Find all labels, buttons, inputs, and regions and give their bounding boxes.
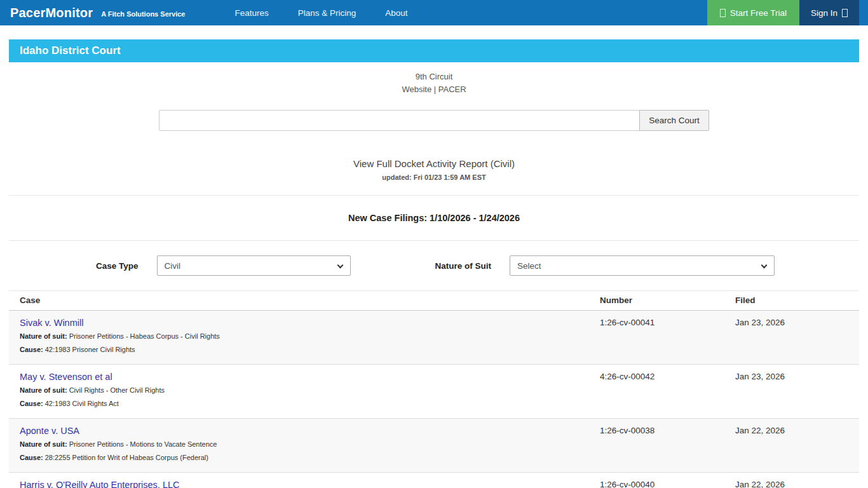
case-type-label: Case Type — [96, 261, 139, 271]
column-header-case: Case — [9, 291, 589, 310]
nature-of-suit-prefix: Nature of suit: — [20, 332, 67, 340]
start-free-trial-label: Start Free Trial — [730, 8, 787, 18]
nav-spacer — [423, 0, 707, 25]
case-number: 4:26-cv-00042 — [589, 365, 724, 418]
column-header-number: Number — [589, 291, 724, 310]
column-header-filed: Filed — [724, 291, 859, 310]
nature-of-suit-selected-value: Select — [517, 261, 541, 271]
chevron-down-icon — [337, 262, 343, 269]
nature-of-suit-value: Civil Rights - Other Civil Rights — [69, 386, 165, 394]
search-court-button[interactable]: Search Court — [639, 110, 709, 131]
website-link[interactable]: Website — [402, 85, 431, 94]
case-cell: Sivak v. Winmill Nature of suit: Prisone… — [9, 311, 589, 364]
court-info-block: 9th Circuit Website | PACER Search Court… — [0, 71, 868, 181]
cause-prefix: Cause: — [20, 346, 43, 353]
nature-of-suit-line: Nature of suit: Civil Rights - Other Civ… — [20, 384, 589, 396]
table-row: Harris v. O'Reilly Auto Enterprises, LLC… — [9, 473, 859, 488]
filed-date: Jan 22, 2026 — [724, 473, 859, 488]
sign-in-button[interactable]: Sign In — [799, 0, 859, 25]
case-title-link[interactable]: Sivak v. Winmill — [20, 316, 83, 329]
signin-caret-icon — [842, 9, 848, 17]
table-row: May v. Stevenson et al Nature of suit: C… — [9, 365, 859, 419]
nav-item-plans-pricing[interactable]: Plans & Pricing — [283, 8, 371, 18]
court-title-bar: Idaho District Court — [9, 39, 859, 62]
case-cell: Aponte v. USA Nature of suit: Prisoner P… — [9, 419, 589, 472]
links-separator: | — [434, 85, 436, 94]
cause-value: 42:1983 Civil Rights Act — [45, 400, 119, 407]
case-cell: May v. Stevenson et al Nature of suit: C… — [9, 365, 589, 418]
brand-logo[interactable]: PacerMonitor — [10, 6, 93, 20]
brand-tagline: A Fitch Solutions Service — [101, 10, 185, 18]
table-row: Sivak v. Winmill Nature of suit: Prisone… — [9, 311, 859, 365]
nature-of-suit-label: Nature of Suit — [435, 261, 492, 271]
top-navbar: PacerMonitor A Fitch Solutions Service F… — [0, 0, 868, 25]
filed-date: Jan 23, 2026 — [724, 311, 859, 364]
nature-of-suit-select[interactable]: Select — [510, 255, 775, 276]
nature-of-suit-line: Nature of suit: Prisoner Petitions - Mot… — [20, 438, 589, 451]
nature-of-suit-value: Prisoner Petitions - Motions to Vacate S… — [69, 440, 217, 448]
cause-value: 28:2255 Petition for Writ of Habeas Corp… — [45, 454, 208, 461]
filed-date: Jan 23, 2026 — [724, 365, 859, 418]
sign-in-label: Sign In — [811, 8, 837, 18]
cause-line: Cause: 42:1983 Prisoner Civil Rights — [20, 343, 589, 356]
nature-of-suit-value: Prisoner Petitions - Habeas Corpus - Civ… — [69, 332, 220, 340]
cause-line: Cause: 28:2255 Petition for Writ of Habe… — [20, 451, 589, 464]
cause-value: 42:1983 Prisoner Civil Rights — [45, 346, 135, 353]
start-free-trial-button[interactable]: Start Free Trial — [707, 0, 799, 25]
court-search-row: Search Court — [0, 110, 868, 131]
cause-line: Cause: 42:1983 Civil Rights Act — [20, 397, 589, 410]
case-number: 1:26-cv-00041 — [589, 311, 724, 364]
case-cell: Harris v. O'Reilly Auto Enterprises, LLC… — [9, 473, 589, 488]
trial-glyph-icon — [720, 9, 726, 17]
nature-of-suit-line: Nature of suit: Prisoner Petitions - Hab… — [20, 330, 589, 342]
case-type-selected-value: Civil — [165, 261, 181, 271]
section-divider-bottom — [9, 240, 859, 241]
pacer-link[interactable]: PACER — [438, 85, 466, 94]
circuit-label: 9th Circuit — [0, 71, 868, 83]
case-type-select[interactable]: Civil — [157, 255, 351, 276]
case-title-link[interactable]: Harris v. O'Reilly Auto Enterprises, LLC — [20, 478, 180, 488]
chevron-down-icon — [761, 262, 768, 269]
case-number: 1:26-cv-00040 — [589, 473, 724, 488]
nature-of-suit-prefix: Nature of suit: — [20, 386, 67, 394]
table-header-row: Case Number Filed — [9, 291, 859, 311]
navbar-endcap — [859, 0, 868, 25]
nav-item-features[interactable]: Features — [220, 8, 283, 18]
case-title-link[interactable]: May v. Stevenson et al — [20, 370, 112, 383]
case-title-link[interactable]: Aponte v. USA — [20, 424, 79, 437]
cause-prefix: Cause: — [20, 454, 43, 461]
court-search-input[interactable] — [159, 110, 640, 131]
filter-row: Case Type Civil Nature of Suit Select — [96, 255, 859, 276]
new-case-filings-heading: New Case Filings: 1/10/2026 - 1/24/2026 — [0, 196, 868, 240]
docket-report-link[interactable]: View Full Docket Activity Report (Civil) — [0, 158, 868, 169]
brand-wrap: PacerMonitor A Fitch Solutions Service — [0, 0, 185, 25]
nav-item-about[interactable]: About — [370, 8, 422, 18]
cases-table: Case Number Filed Sivak v. Winmill Natur… — [9, 290, 859, 488]
case-number: 1:26-cv-00038 — [589, 419, 724, 472]
cause-prefix: Cause: — [20, 400, 43, 407]
table-row: Aponte v. USA Nature of suit: Prisoner P… — [9, 419, 859, 473]
court-site-links: Website | PACER — [0, 83, 868, 96]
page-title: Idaho District Court — [20, 44, 121, 57]
nature-of-suit-prefix: Nature of suit: — [20, 440, 67, 448]
docket-updated-timestamp: updated: Fri 01/23 1:59 AM EST — [0, 173, 868, 181]
nav-links: Features Plans & Pricing About — [220, 0, 422, 25]
filed-date: Jan 22, 2026 — [724, 419, 859, 472]
